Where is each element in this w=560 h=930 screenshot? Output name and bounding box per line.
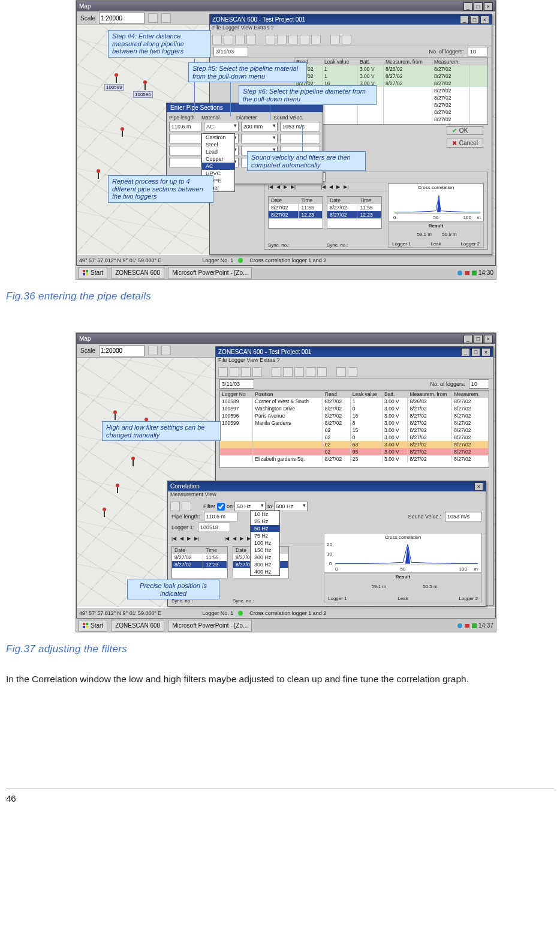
sound-veloc-field: 1053 m/s bbox=[445, 512, 482, 521]
correlation-graph: Cross correlation 0 50 100 m bbox=[388, 183, 484, 221]
svg-rect-14 bbox=[86, 626, 88, 628]
logger-pin[interactable] bbox=[114, 484, 121, 493]
body-paragraph: In the Correlation window the low and hi… bbox=[6, 673, 554, 686]
ok-button[interactable]: ✔OK bbox=[447, 126, 483, 135]
logger-pin[interactable] bbox=[130, 457, 137, 466]
col-hdr: Pipe length bbox=[169, 115, 199, 121]
zonescan-menubar[interactable]: File Logger View Extras ? bbox=[210, 25, 492, 34]
th[interactable]: Measurem. from bbox=[384, 58, 432, 65]
pipe-length-input[interactable]: 110.6 m bbox=[169, 122, 201, 131]
tb-icon[interactable] bbox=[300, 35, 309, 44]
tb-icon[interactable] bbox=[311, 35, 321, 44]
logger-pin[interactable] bbox=[95, 169, 102, 179]
meas-list-a[interactable]: DateTime 8/27/0211:55 8/27/0212:23 bbox=[171, 546, 228, 578]
status-coords: 49° 57' 57.012" N 9° 01' 59.000" E bbox=[79, 257, 161, 263]
status-logger: Logger No. 1 bbox=[202, 257, 233, 263]
start-button[interactable]: Start bbox=[79, 267, 107, 279]
tb-icon[interactable] bbox=[246, 35, 256, 44]
pipe-length-input[interactable] bbox=[169, 146, 201, 155]
tb-icon[interactable] bbox=[235, 35, 245, 44]
corr-title: Correlation bbox=[170, 483, 200, 490]
th[interactable]: Leak value bbox=[323, 58, 358, 65]
close-icon[interactable]: × bbox=[481, 348, 490, 356]
result-title: Result bbox=[389, 223, 483, 229]
logger-pin[interactable] bbox=[141, 80, 149, 90]
pipe-length-field[interactable]: 110.6 m bbox=[204, 512, 237, 521]
minimize-icon[interactable]: _ bbox=[460, 16, 469, 24]
figure-37-caption: Fig.37 adjusting the filters bbox=[6, 643, 554, 655]
sound-veloc-field: 1053 m/s bbox=[280, 122, 320, 131]
svg-rect-8 bbox=[472, 271, 477, 275]
logger-pin[interactable] bbox=[101, 508, 108, 517]
scale-input[interactable] bbox=[99, 345, 144, 356]
taskbar: Start ZONESCAN 600 Microsoft PowerPoint … bbox=[76, 619, 496, 632]
minimize-icon[interactable]: _ bbox=[461, 348, 470, 356]
tb-icon[interactable] bbox=[342, 35, 351, 44]
svg-point-6 bbox=[457, 271, 462, 275]
start-button[interactable]: Start bbox=[79, 620, 107, 632]
sync-label-b: Sync. no.: bbox=[327, 242, 348, 248]
maximize-icon[interactable]: □ bbox=[474, 2, 483, 11]
pipe-length-input[interactable] bbox=[169, 134, 201, 143]
toolbar-icon[interactable] bbox=[148, 346, 158, 355]
toolbar-icon[interactable] bbox=[161, 346, 171, 355]
maximize-icon[interactable]: □ bbox=[470, 16, 479, 24]
th[interactable]: Batt. bbox=[358, 58, 384, 65]
tb-icon[interactable] bbox=[330, 35, 340, 44]
th[interactable]: Measurem. bbox=[432, 58, 470, 65]
loggers-count: 10 bbox=[468, 47, 488, 56]
close-icon[interactable]: × bbox=[480, 16, 489, 24]
pipe-length-input[interactable] bbox=[169, 158, 201, 167]
meas-list-b[interactable]: DateTime 8/27/0211:55 8/27/0212:23 bbox=[327, 196, 382, 229]
maximize-icon[interactable]: □ bbox=[474, 335, 483, 343]
minimize-icon[interactable]: _ bbox=[463, 2, 472, 11]
svg-rect-7 bbox=[465, 271, 469, 275]
status-corr: Cross correlation logger 1 and 2 bbox=[249, 257, 326, 263]
close-icon[interactable]: × bbox=[474, 482, 483, 491]
taskbar-app[interactable]: Microsoft PowerPoint - [Zo... bbox=[168, 620, 252, 632]
callout-step6: Step #6: Select the pipeline diameter fr… bbox=[239, 85, 377, 105]
tb-icon[interactable] bbox=[277, 35, 287, 44]
tb-icon[interactable] bbox=[288, 35, 298, 44]
logger-table[interactable]: Logger No Position Read Leak value Batt.… bbox=[219, 390, 489, 468]
svg-rect-12 bbox=[86, 623, 88, 625]
minimize-icon[interactable]: _ bbox=[463, 335, 472, 343]
logger1-value[interactable]: 100518 bbox=[198, 523, 230, 532]
meas-list-a[interactable]: DateTime 8/27/0211:55 8/27/0212:23 bbox=[268, 196, 323, 229]
col-hdr: Diameter bbox=[236, 115, 271, 121]
logger-pin[interactable] bbox=[113, 73, 120, 83]
taskbar-app[interactable]: ZONESCAN 600 bbox=[111, 620, 164, 632]
date-field[interactable]: 3/11/03 bbox=[213, 47, 248, 56]
taskbar-clock: 14:30 bbox=[478, 269, 493, 276]
logger-label: 100589 bbox=[104, 84, 124, 91]
toolbar-icon[interactable] bbox=[161, 13, 171, 23]
tb-icon[interactable] bbox=[224, 35, 233, 44]
filter-dropdown[interactable]: 10 Hz 25 Hz 50 Hz 75 Hz 100 Hz 150 Hz 20… bbox=[250, 510, 280, 576]
maximize-icon[interactable]: □ bbox=[471, 348, 480, 356]
scale-input[interactable] bbox=[99, 13, 144, 24]
logger-pin[interactable] bbox=[112, 410, 119, 420]
svg-rect-11 bbox=[83, 623, 85, 625]
taskbar: Start ZONESCAN 600 Microsoft PowerPoint … bbox=[76, 266, 496, 279]
zonescan-title: ZONESCAN 600 - Test Project 001 bbox=[212, 16, 305, 23]
diameter-select[interactable] bbox=[241, 134, 278, 143]
page-number: 46 bbox=[6, 788, 554, 803]
logger-pin[interactable] bbox=[119, 127, 126, 137]
tb-icon[interactable] bbox=[266, 35, 275, 44]
material-select[interactable]: AC bbox=[204, 122, 239, 131]
callout-auto: Sound velocity and filters are then comp… bbox=[247, 151, 366, 171]
filter-on-checkbox[interactable] bbox=[217, 503, 225, 511]
callout-step4: Step #4: Enter distance measured along p… bbox=[108, 30, 211, 58]
taskbar-app[interactable]: Microsoft PowerPoint - [Zo... bbox=[168, 267, 252, 279]
callout-leakpos: Precise leak position is indicated bbox=[127, 580, 219, 599]
callout-filters: High and low filter settings can be chan… bbox=[102, 421, 221, 441]
toolbar-icon[interactable] bbox=[148, 13, 158, 23]
close-icon[interactable]: × bbox=[484, 2, 493, 11]
close-icon[interactable]: × bbox=[484, 335, 493, 343]
taskbar-app[interactable]: ZONESCAN 600 bbox=[111, 267, 164, 279]
callout-repeat: Repeat process for up to 4 different pip… bbox=[108, 175, 213, 203]
tb-icon[interactable] bbox=[212, 35, 222, 44]
corr-menubar[interactable]: Measurement View bbox=[168, 491, 486, 500]
diameter-select[interactable]: 200 mm bbox=[241, 122, 278, 131]
cancel-button[interactable]: ✖Cancel bbox=[447, 139, 483, 148]
